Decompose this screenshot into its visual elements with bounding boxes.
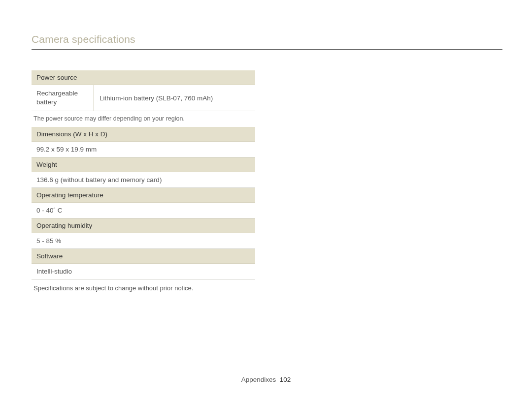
page-container: Camera specifications Power source Recha… [0, 0, 532, 401]
spec-value: Intelli-studio [32, 264, 255, 279]
section-header-temp: Operating temperature [32, 188, 255, 203]
spec-value: Lithium-ion battery (SLB-07, 760 mAh) [94, 85, 255, 111]
footnote: Specifications are subject to change wit… [32, 279, 255, 292]
spec-value: 0 - 40˚ C [32, 203, 255, 218]
footer-section: Appendixes [241, 376, 276, 383]
section-header-weight: Weight [32, 157, 255, 172]
spec-label: Rechargeable battery [32, 85, 94, 111]
footer-page-number: 102 [280, 376, 291, 383]
section-header-humidity: Operating humidity [32, 218, 255, 233]
spec-table: Power source Rechargeable battery Lithiu… [32, 70, 255, 292]
section-header-dimensions: Dimensions (W x H x D) [32, 127, 255, 142]
table-row: Rechargeable battery Lithium-ion battery… [32, 85, 255, 111]
section-header-power: Power source [32, 70, 255, 85]
page-title: Camera specifications [32, 33, 502, 48]
section-note: The power source may differ depending on… [32, 111, 255, 127]
section-header-software: Software [32, 249, 255, 264]
spec-value: 136.6 g (without battery and memory card… [32, 172, 255, 188]
spec-value: 5 - 85 % [32, 233, 255, 249]
page-footer: Appendixes 102 [0, 376, 532, 383]
title-rule [32, 49, 502, 50]
spec-value: 99.2 x 59 x 19.9 mm [32, 142, 255, 157]
